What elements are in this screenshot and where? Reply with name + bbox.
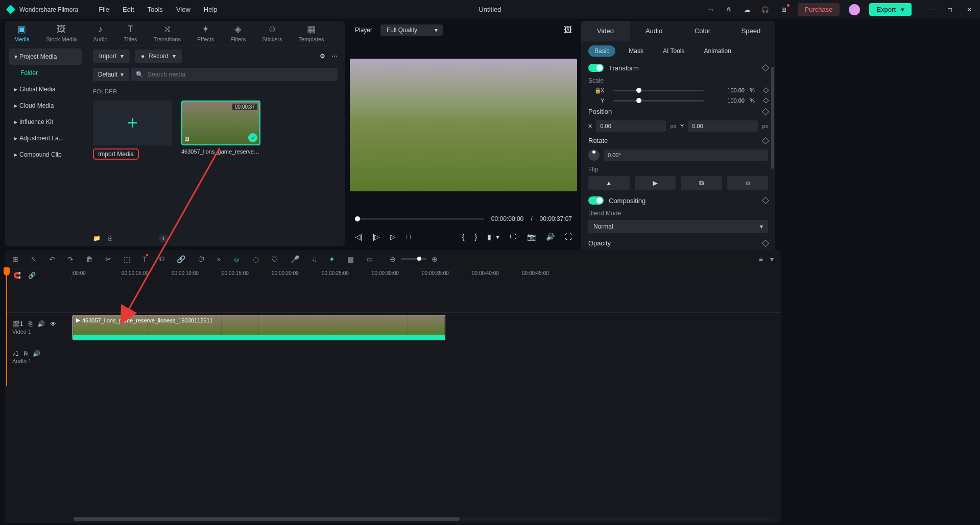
circle-icon[interactable]: ◌ bbox=[253, 255, 259, 263]
folder-options-icon[interactable]: ⎘ bbox=[108, 235, 111, 242]
smiley-icon[interactable]: ☺ bbox=[233, 255, 240, 263]
track-lock-icon[interactable]: ⎘ bbox=[29, 320, 32, 328]
tab-transitions[interactable]: ⤭Transitions bbox=[154, 23, 181, 42]
quality-dropdown[interactable]: Full Quality bbox=[380, 24, 443, 36]
export-button[interactable]: Export▾ bbox=[869, 3, 912, 16]
speed-icon[interactable]: ⏱ bbox=[198, 255, 205, 263]
blend-mode-select[interactable]: Normal▾ bbox=[588, 220, 768, 233]
prev-frame-icon[interactable]: ◁| bbox=[355, 233, 363, 241]
sidebar-project-media[interactable]: ▾ Project Media bbox=[9, 48, 82, 65]
user-avatar[interactable] bbox=[849, 4, 860, 15]
zoom-out-icon[interactable]: ⊖ bbox=[390, 255, 396, 263]
menu-edit[interactable]: Edit bbox=[123, 6, 134, 13]
tab-effects[interactable]: ✦Effects bbox=[197, 23, 214, 42]
scale-x-slider[interactable] bbox=[613, 90, 704, 91]
sidebar-adjustment-layer[interactable]: ▸ Adjustment La... bbox=[9, 130, 82, 146]
compositing-keyframe-icon[interactable] bbox=[762, 197, 769, 204]
track-height-icon[interactable]: ≡ bbox=[759, 255, 763, 263]
cc-icon[interactable]: ㏄ bbox=[366, 255, 373, 264]
maximize-icon[interactable]: ◻ bbox=[945, 5, 954, 14]
compositing-toggle[interactable] bbox=[588, 196, 604, 205]
purchase-button[interactable]: Purchase bbox=[798, 3, 840, 16]
transform-keyframe-icon[interactable] bbox=[762, 64, 769, 71]
media-clip-thumbnail[interactable]: 00:00:37 ⊞ ✓ bbox=[181, 101, 260, 145]
timeline-clip[interactable]: ▶463057_lions_game_reserve_lioness_19030… bbox=[73, 315, 445, 340]
rotate-input[interactable]: 0.00° bbox=[604, 149, 768, 161]
redo-icon[interactable]: ↷ bbox=[67, 255, 74, 263]
track-visible-icon[interactable]: 👁 bbox=[50, 320, 56, 328]
subtab-basic[interactable]: Basic bbox=[588, 45, 615, 57]
transform-toggle[interactable] bbox=[588, 64, 604, 72]
screen-icon[interactable]: ▭ bbox=[706, 5, 715, 14]
layout-icon[interactable]: ⊞ bbox=[12, 255, 18, 263]
sort-dropdown[interactable]: Default ▾ bbox=[93, 68, 129, 81]
opacity-keyframe-icon[interactable] bbox=[762, 239, 769, 246]
fullscreen-icon[interactable]: ⛶ bbox=[565, 233, 572, 241]
menu-view[interactable]: View bbox=[176, 6, 190, 13]
music-icon[interactable]: ♫ bbox=[312, 255, 317, 263]
track-mute-icon[interactable]: 🔊 bbox=[37, 320, 45, 328]
cloud-icon[interactable]: ☁ bbox=[743, 5, 752, 14]
new-folder-icon[interactable]: 📁 bbox=[93, 235, 101, 242]
tab-media[interactable]: ▣Media bbox=[14, 23, 30, 42]
sidebar-cloud-media[interactable]: ▸ Cloud Media bbox=[9, 97, 82, 114]
scrubber-track[interactable] bbox=[355, 218, 484, 220]
flip-horizontal-button[interactable]: ▲ bbox=[588, 176, 630, 190]
rotate-keyframe-icon[interactable] bbox=[762, 137, 769, 144]
menu-help[interactable]: Help bbox=[204, 6, 218, 13]
lock-icon[interactable]: 🔒 bbox=[594, 87, 602, 94]
flip-vertical-button[interactable]: ▶ bbox=[635, 176, 676, 190]
zoom-in-icon[interactable]: ⊕ bbox=[432, 255, 438, 263]
magnet-icon[interactable]: 🧲 bbox=[13, 272, 21, 279]
timeline-ruler[interactable]: :00:0000:00:05:0000:00:10:0000:00:15:000… bbox=[71, 268, 781, 283]
filter-icon[interactable]: ⚙ bbox=[320, 53, 325, 60]
playhead[interactable] bbox=[6, 268, 7, 386]
expand-icon[interactable]: » bbox=[217, 255, 221, 263]
play-back-icon[interactable]: |▷ bbox=[373, 233, 380, 241]
scale-y-value[interactable]: 100.00 bbox=[709, 97, 745, 104]
subtab-ai-tools[interactable]: AI Tools bbox=[657, 45, 690, 57]
collapse-sidebar[interactable]: ‹ bbox=[159, 235, 168, 242]
import-dropdown[interactable]: Import ▾ bbox=[93, 49, 130, 63]
menu-file[interactable]: File bbox=[99, 6, 109, 13]
props-tab-speed[interactable]: Speed bbox=[727, 21, 775, 41]
stop-icon[interactable]: □ bbox=[406, 233, 410, 241]
props-tab-audio[interactable]: Audio bbox=[630, 21, 678, 41]
headphones-icon[interactable]: 🎧 bbox=[761, 5, 770, 14]
sidebar-global-media[interactable]: ▸ Global Media bbox=[9, 81, 82, 97]
marker-icon[interactable]: ◧ ▾ bbox=[487, 233, 499, 241]
undo-icon[interactable]: ↶ bbox=[49, 255, 55, 263]
menu-tools[interactable]: Tools bbox=[148, 6, 163, 13]
import-media-tile[interactable]: + bbox=[93, 101, 172, 145]
crop-icon[interactable]: ⬚ bbox=[124, 255, 130, 263]
rotate-knob[interactable] bbox=[588, 149, 600, 161]
audio-lock-icon[interactable]: ⎘ bbox=[24, 350, 28, 357]
cut-icon[interactable]: ✂ bbox=[105, 255, 111, 263]
mic-icon[interactable]: 🎤 bbox=[291, 255, 299, 263]
stack-icon[interactable]: ▤ bbox=[347, 255, 354, 263]
tab-titles[interactable]: TTitles bbox=[124, 24, 137, 42]
subtab-animation[interactable]: Animation bbox=[698, 45, 737, 57]
play-icon[interactable]: ▷ bbox=[390, 233, 396, 241]
close-icon[interactable]: ✕ bbox=[965, 5, 974, 14]
camera-icon[interactable]: 📷 bbox=[527, 233, 536, 241]
track-options-icon[interactable]: ▾ bbox=[770, 255, 774, 263]
mirror-h-button[interactable]: ⧉ bbox=[681, 176, 722, 190]
apps-icon[interactable]: ⊞ bbox=[779, 5, 788, 14]
tab-audio[interactable]: ♪Audio bbox=[93, 24, 108, 42]
scale-y-slider[interactable] bbox=[613, 100, 704, 102]
subtab-mask[interactable]: Mask bbox=[623, 45, 650, 57]
mirror-v-button[interactable]: ⧈ bbox=[727, 176, 769, 190]
link-icon[interactable]: 🔗 bbox=[177, 255, 185, 263]
save-icon[interactable]: ⎙ bbox=[724, 5, 733, 14]
more-icon[interactable]: ⋯ bbox=[331, 53, 338, 60]
minimize-icon[interactable]: — bbox=[926, 5, 935, 14]
props-tab-video[interactable]: Video bbox=[581, 21, 630, 41]
sidebar-compound-clip[interactable]: ▸ Compound Clip bbox=[9, 146, 82, 163]
mark-out-icon[interactable]: } bbox=[474, 233, 477, 241]
link-tracks-icon[interactable]: 🔗 bbox=[28, 272, 36, 279]
scale-x-keyframe[interactable] bbox=[763, 87, 769, 93]
scale-y-keyframe[interactable] bbox=[763, 97, 769, 103]
volume-icon[interactable]: 🔊 bbox=[546, 233, 555, 241]
audio-mute-icon[interactable]: 🔊 bbox=[33, 350, 40, 357]
